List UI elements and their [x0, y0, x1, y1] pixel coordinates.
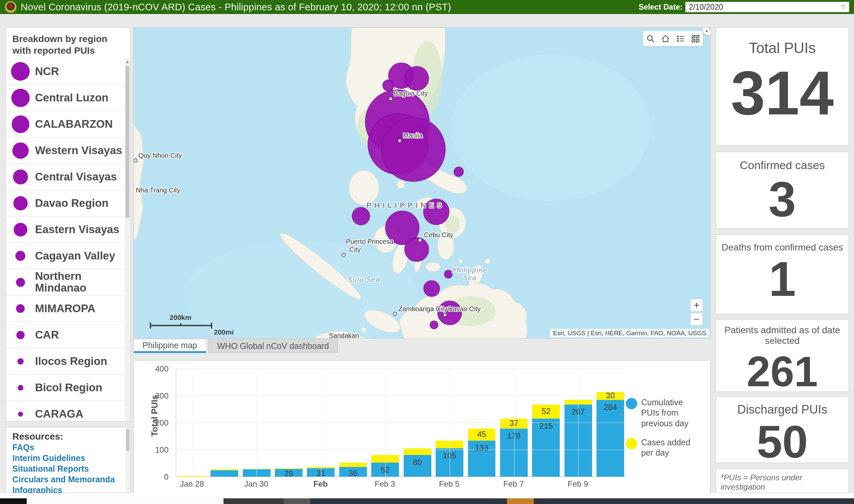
map-pui-bubble[interactable] [430, 321, 438, 329]
map-pui-bubble[interactable] [405, 237, 429, 262]
scroll-up-icon[interactable]: ▲ [125, 58, 130, 65]
region-list-item[interactable]: Ilocos Region [6, 348, 130, 375]
city-label: City [349, 246, 361, 253]
stat-value: 3 [769, 175, 796, 224]
region-list-item[interactable]: Eastern Visayas [6, 216, 130, 243]
region-list-item[interactable]: Northern Mindanao [6, 269, 130, 295]
region-list-item[interactable]: CARAGA [6, 401, 130, 421]
bar-feb-2[interactable]: 36 [339, 463, 367, 476]
map-pui-bubble[interactable] [405, 66, 429, 90]
region-list-item[interactable]: Bicol Region [6, 375, 130, 401]
total-puis-chart-panel: Total PUIs 4003002001000 293136528010545… [133, 360, 711, 497]
resource-link[interactable]: Circulars and Memoranda [12, 474, 130, 485]
region-label: NCR [35, 66, 124, 77]
taskbar-segment [284, 498, 310, 504]
page-title: Novel Coronavirus (2019-nCOV ARD) Cases … [21, 2, 451, 13]
city-label: Baguio City [394, 90, 428, 97]
bar-value-label: 284 [597, 402, 624, 412]
svg-text:200km: 200km [169, 313, 191, 321]
map-pui-bubble[interactable] [424, 281, 440, 296]
city-dot [393, 312, 397, 316]
resource-link[interactable]: Interim Guidelines [12, 453, 130, 463]
map-pui-bubble[interactable] [444, 270, 452, 278]
region-bubble-icon [16, 331, 25, 339]
region-label: Eastern Visayas [35, 224, 124, 235]
gridline [256, 368, 257, 476]
bar-feb-6[interactable]: 45133 [468, 429, 496, 476]
region-list: NCRCentral LuzonCALABARZONWestern Visaya… [6, 58, 130, 421]
map-tabs: Philippine mapWHO Global nCoV dashboard [133, 339, 340, 353]
y-axis-ticks: 4003002001000 [149, 361, 171, 497]
x-tick-label [401, 479, 433, 489]
sea-label: Sulu Sea [348, 276, 380, 283]
stat-value: 1 [769, 255, 796, 304]
city-dot [443, 313, 447, 317]
map-pui-bubble[interactable] [381, 118, 446, 181]
region-label: CALABARZON [35, 119, 124, 130]
search-icon[interactable] [646, 34, 655, 44]
tab-who-global-ncov-dashboard[interactable]: WHO Global nCoV dashboard [208, 339, 338, 353]
region-label: Central Visayas [35, 171, 124, 183]
scrollbar-thumb[interactable] [125, 66, 129, 218]
gridline [321, 368, 321, 476]
x-tick-label [594, 479, 626, 489]
stats-column: Total PUIs314Confirmed cases3Deaths from… [715, 28, 849, 493]
region-breakdown-panel: Breakdown by region with reported PUIs N… [5, 28, 131, 421]
tab-philippine-map[interactable]: Philippine map [133, 339, 206, 353]
x-tick-label [465, 479, 497, 489]
bar-feb-10[interactable]: 30284 [597, 392, 624, 476]
bar-jan-31[interactable]: 29 [275, 468, 303, 476]
date-select[interactable]: 2/10/2020 ▽ [685, 2, 849, 12]
scrollbar-thumb[interactable] [126, 429, 129, 451]
region-list-item[interactable]: NCR [6, 58, 130, 85]
map-pui-bubble[interactable] [438, 301, 462, 325]
map-pui-bubble[interactable] [352, 208, 370, 225]
city-label: Manila [403, 132, 423, 139]
legend-label: Cases added per day [641, 437, 701, 458]
zoom-out-button[interactable]: − [690, 313, 703, 326]
bar-segment-cumulative: 80 [404, 455, 431, 476]
philippines-map[interactable]: PHILIPPINESPHILIPPINESSulu SeaSulu SeaPh… [134, 28, 711, 339]
region-list-item[interactable]: Davao Region [6, 190, 130, 216]
city-label: Nha Trang City [136, 186, 180, 194]
zoom-in-button[interactable]: + [690, 299, 703, 311]
region-bubble-icon [13, 196, 28, 211]
date-select-value: 2/10/2020 [689, 3, 723, 12]
region-label: Northern Mindanao [35, 271, 124, 293]
gridline [578, 368, 579, 476]
region-label: CAR [35, 329, 124, 341]
y-tick-label: 100 [155, 445, 168, 455]
legend-item: Cases added per day [626, 437, 701, 458]
resource-link[interactable]: Situational Reports [12, 463, 130, 474]
bar-feb-8[interactable]: 52215 [532, 404, 560, 476]
city-dot [418, 238, 422, 242]
sea-label: Philippine [452, 267, 488, 274]
map-pui-bubble[interactable] [383, 80, 394, 91]
region-label: Ilocos Region [35, 356, 124, 367]
stat-title: Patients admitted as of date selected [716, 325, 849, 346]
region-list-item[interactable]: Western Visayas [6, 138, 130, 164]
city-dot [398, 139, 401, 142]
map-toolbar [643, 31, 703, 47]
bar-segment-cumulative: 284 [597, 400, 624, 476]
doh-seal-logo [5, 1, 17, 13]
region-label: Central Luzon [35, 92, 124, 104]
stat-value: 50 [757, 419, 808, 465]
region-list-scrollbar[interactable]: ▲ [125, 58, 130, 420]
region-list-item[interactable]: MIMAROPA [6, 295, 130, 322]
resources-scrollbar[interactable] [125, 428, 130, 492]
home-icon[interactable] [660, 34, 671, 44]
resource-link[interactable]: FAQs [12, 442, 130, 453]
bar-feb-4[interactable]: 80 [404, 448, 431, 476]
region-list-item[interactable]: Central Luzon [6, 85, 130, 111]
region-list-item[interactable]: CAR [6, 322, 130, 348]
bar-jan-29[interactable] [211, 469, 238, 476]
y-tick-label: 300 [155, 391, 168, 401]
region-list-item[interactable]: Central Visayas [6, 164, 130, 190]
region-list-item[interactable]: Cagayan Valley [6, 243, 130, 269]
region-list-item[interactable]: CALABARZON [6, 111, 130, 138]
map-pui-bubble[interactable] [454, 167, 464, 177]
legend-icon[interactable] [675, 34, 686, 44]
region-label: CARAGA [35, 408, 124, 420]
basemap-icon[interactable] [691, 34, 701, 44]
